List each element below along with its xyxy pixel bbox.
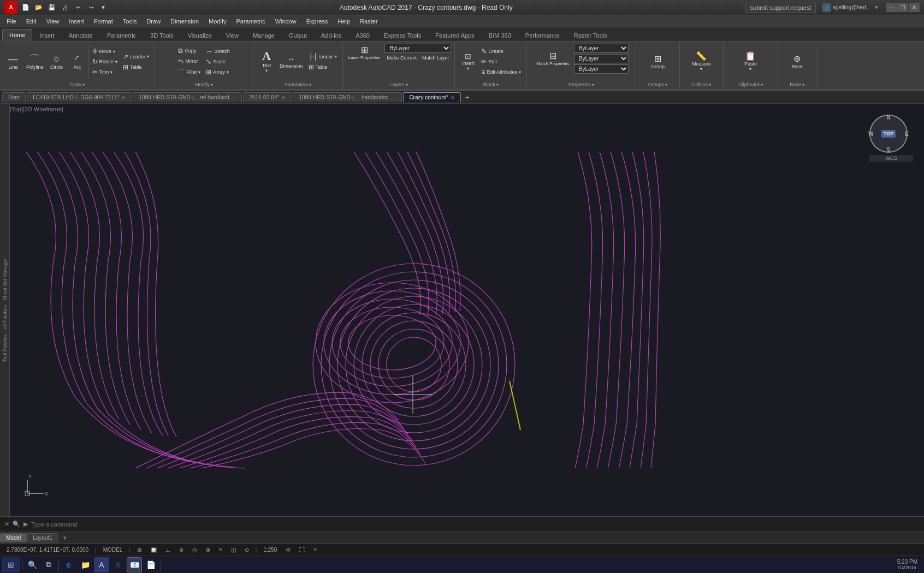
transparency-btn[interactable]: ◫: [229, 547, 238, 553]
measure-dropdown-arrow[interactable]: ▾: [700, 67, 702, 71]
table-button-draw[interactable]: ⊞ Table: [121, 62, 151, 72]
match-layer-button[interactable]: Match Layer: [420, 54, 452, 62]
arc-button[interactable]: ◜ Arc: [68, 52, 87, 71]
ribbon-tab-raster-tools[interactable]: Raster Tools: [567, 29, 614, 41]
snap-btn[interactable]: 🔲: [148, 547, 159, 553]
cmd-search-btn[interactable]: 🔍: [13, 521, 20, 528]
menu-edit[interactable]: Edit: [22, 17, 41, 26]
annotation-group-arrow[interactable]: ▾: [309, 82, 311, 87]
otrack-btn[interactable]: ⊕: [204, 547, 212, 553]
drawing-canvas[interactable]: [10, 104, 924, 516]
paste-button[interactable]: 📋 Paste ▾: [741, 50, 760, 73]
ribbon-tab-output[interactable]: Output: [282, 29, 314, 41]
paste-dropdown-arrow[interactable]: ▾: [749, 67, 751, 71]
excel-taskbar-btn[interactable]: X: [110, 557, 126, 572]
qa-new[interactable]: 📄: [21, 3, 31, 13]
menu-format[interactable]: Format: [90, 17, 117, 26]
mirror-button[interactable]: ⇋ Mirror: [176, 56, 203, 66]
table-button[interactable]: ⊞ Table: [306, 62, 339, 72]
dimension-button[interactable]: ↔ Dimension: [277, 53, 305, 70]
menu-parametric[interactable]: Parametric: [232, 17, 269, 26]
modify-group-arrow[interactable]: ▾: [211, 82, 213, 87]
start-btn[interactable]: ⊞: [2, 557, 20, 572]
search-btn[interactable]: 🔍: [25, 557, 40, 572]
tab-close-2016-07-04-[interactable]: ✕: [281, 95, 286, 100]
base-group-arrow[interactable]: ▾: [802, 82, 804, 87]
color-dropdown[interactable]: ByLayer: [574, 44, 629, 53]
sheet-set-manager-label[interactable]: Sheet Set Manager: [2, 258, 8, 301]
menu-express[interactable]: Express: [302, 17, 333, 26]
edit-button[interactable]: ✏ Edit: [479, 57, 523, 67]
minimize-button[interactable]: —: [886, 3, 897, 12]
new-tab-btn[interactable]: +: [462, 93, 473, 102]
customize-btn[interactable]: ≡: [311, 547, 319, 553]
support-button[interactable]: submit support request: [745, 3, 816, 13]
tab-close-crazy-contours-[interactable]: ✕: [451, 95, 455, 100]
qa-save[interactable]: 💾: [47, 3, 57, 13]
ribbon-tab-parametric[interactable]: Parametric: [100, 29, 143, 41]
close-button[interactable]: ✕: [909, 3, 920, 12]
ribbon-tab-visualize[interactable]: Visualize: [181, 29, 219, 41]
coords-display[interactable]: 2.7800E+07, 1.4171E+07, 0.0000: [4, 547, 91, 553]
copy-button[interactable]: ⧉ Copy: [176, 46, 203, 56]
restore-button[interactable]: ❐: [897, 3, 908, 12]
doc-tab-lc419-sta-lhd-l-dga-904-7211-[interactable]: LC419-STA-LHD-L-DGA-904-7211*✕: [27, 92, 132, 102]
text-dropdown-arrow[interactable]: ▾: [265, 68, 268, 73]
menu-dimension[interactable]: Dimension: [166, 17, 203, 26]
scale-button[interactable]: ⤡ Scale: [204, 57, 232, 67]
linear-dropdown-arrow[interactable]: ▾: [335, 54, 337, 59]
qa-plot[interactable]: 🖨: [60, 3, 70, 13]
sel-cycle-btn[interactable]: ⊙: [242, 547, 251, 553]
line-button[interactable]: — Line: [3, 52, 23, 71]
base-button[interactable]: ⊕ Base: [787, 53, 807, 71]
layers-group-arrow[interactable]: ▾: [406, 82, 408, 87]
menu-raster[interactable]: Raster: [356, 17, 382, 26]
clipboard-group-arrow[interactable]: ▾: [761, 82, 763, 87]
ribbon-tab-home[interactable]: Home: [2, 29, 32, 41]
user-icon[interactable]: 👤: [822, 3, 831, 12]
workspace-btn[interactable]: ⚙: [283, 547, 293, 553]
command-input[interactable]: [31, 521, 920, 528]
qa-more[interactable]: ▼: [99, 3, 107, 13]
menu-insert[interactable]: Insert: [64, 17, 88, 26]
layer-dropdown[interactable]: ByLayer: [384, 44, 451, 53]
layer-properties-button[interactable]: ⊞ Layer Properties: [346, 44, 383, 62]
leader-dropdown-arrow[interactable]: ▾: [147, 54, 149, 59]
edge-btn[interactable]: e: [61, 557, 76, 572]
ribbon-tab-add-ins[interactable]: Add-ins: [314, 29, 348, 41]
fullscreen-btn[interactable]: ⛶: [297, 547, 307, 553]
draw-group-arrow[interactable]: ▾: [82, 82, 85, 87]
cmd-close-btn[interactable]: ✕: [4, 521, 9, 528]
outlook-taskbar-btn[interactable]: 📧: [127, 557, 142, 572]
doc-tab-start[interactable]: Start: [2, 92, 26, 102]
model-tab[interactable]: Model: [0, 533, 27, 542]
menu-help[interactable]: Help: [334, 17, 355, 26]
trim-button[interactable]: ✂ Trim ▾: [90, 67, 120, 77]
grid-btn[interactable]: ⊞: [135, 547, 144, 553]
menu-modify[interactable]: Modify: [204, 17, 230, 26]
doc-tab-1090-hed-sta-gnd-l---ref-hardlandscape-[interactable]: 1090-HED-STA-GND-L...ref-hardlandscape*✕: [133, 92, 242, 102]
polyline-button[interactable]: ⌒ Polyline: [24, 52, 46, 71]
linetype-dropdown[interactable]: ByLayer: [574, 54, 629, 63]
ribbon-tab-a360[interactable]: A360: [348, 29, 377, 41]
layout1-tab[interactable]: Layout1: [27, 533, 58, 542]
menu-file[interactable]: File: [2, 17, 21, 26]
make-current-button[interactable]: Make Current: [384, 54, 419, 62]
rotate-button[interactable]: ↻ Rotate ▾: [90, 57, 120, 67]
measure-button[interactable]: 📏 Measure ▾: [690, 50, 713, 73]
pdf-taskbar-btn[interactable]: 📄: [143, 557, 158, 572]
menu-tools[interactable]: Tools: [119, 17, 141, 26]
ribbon-tab-manage[interactable]: Manage: [246, 29, 282, 41]
create-button[interactable]: ✎ Create: [479, 46, 523, 56]
block-group-arrow[interactable]: ▾: [496, 82, 499, 87]
text-button[interactable]: A Text ▾: [257, 49, 276, 75]
qa-undo[interactable]: ↩: [73, 3, 83, 13]
ribbon-tab-view[interactable]: View: [219, 29, 246, 41]
ribbon-tab-3d-tools[interactable]: 3D Tools: [143, 29, 181, 41]
task-view-btn[interactable]: ⧉: [41, 557, 56, 572]
tool-palettes-label[interactable]: Tool Palettes - All Palettes: [2, 305, 8, 362]
ribbon-tab-bim-360[interactable]: BIM 360: [482, 29, 518, 41]
menu-view[interactable]: View: [42, 17, 64, 26]
properties-group-arrow[interactable]: ▾: [592, 82, 594, 87]
doc-tab-2016-07-04-[interactable]: 2016-07-04*✕: [243, 92, 292, 102]
